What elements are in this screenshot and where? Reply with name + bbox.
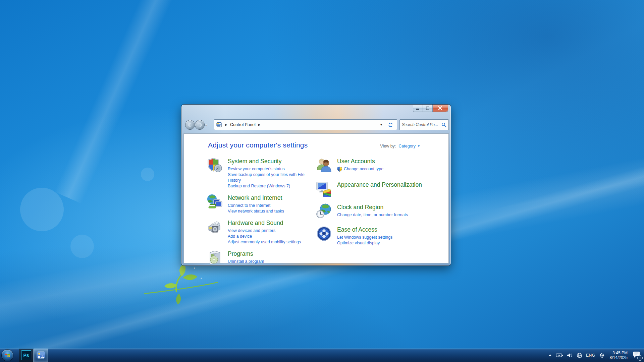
link-uninstall-a-program[interactable]: Uninstall a program (228, 259, 264, 264)
window-caption-buttons (413, 105, 448, 112)
ease-of-access-icon[interactable] (316, 226, 332, 242)
clock-date: 8/14/2025 (610, 355, 628, 360)
link-change-date-time-formats[interactable]: Change date, time, or number formats (337, 212, 408, 218)
taskbar: Ps (0, 349, 644, 362)
category-title-user-accounts[interactable]: User Accounts (337, 158, 375, 165)
battery-icon[interactable] (556, 353, 563, 358)
minimize-button[interactable] (413, 105, 423, 112)
link-add-a-device[interactable]: Add a device (228, 234, 301, 239)
address-bar[interactable]: ▶ Control Panel ▶ ▼ (214, 119, 397, 130)
control-panel-window: ▾ ▶ Control Panel ▶ ▼ (181, 105, 451, 265)
recent-pages-chevron-icon[interactable]: ▾ (205, 123, 207, 127)
notification-count-badge: 1 (637, 355, 643, 361)
desktop: ▾ ▶ Control Panel ▶ ▼ (0, 0, 644, 362)
category-title-appearance-and-personalization[interactable]: Appearance and Personalization (337, 181, 422, 188)
system-and-security-icon[interactable] (207, 157, 223, 173)
category-title-hardware-and-sound[interactable]: Hardware and Sound (228, 220, 283, 227)
appearance-and-personalization-icon[interactable] (316, 181, 332, 197)
hardware-and-sound-icon[interactable] (207, 219, 223, 235)
maximize-button[interactable] (423, 105, 433, 112)
network-and-internet-icon[interactable] (207, 194, 223, 210)
clock[interactable]: 3:45 PM 8/14/2025 (608, 351, 629, 360)
user-accounts-icon[interactable] (316, 157, 332, 173)
category-programs: Programs Uninstall a program (207, 250, 311, 266)
language-indicator[interactable]: ENG (586, 353, 595, 358)
search-icon[interactable] (441, 122, 446, 127)
control-panel-content: Adjust your computer's settings View by:… (183, 133, 449, 263)
search-box (399, 119, 449, 130)
wallpaper-bokeh (141, 168, 154, 181)
link-optimize-visual-display[interactable]: Optimize visual display (337, 240, 392, 246)
refresh-button[interactable] (386, 120, 395, 129)
link-let-windows-suggest-settings[interactable]: Let Windows suggest settings (337, 235, 392, 240)
start-button[interactable] (2, 350, 13, 361)
control-panel-icon (216, 122, 222, 127)
category-user-accounts: User Accounts Change account type (316, 157, 433, 173)
link-review-computer-status[interactable]: Review your computer's status (228, 166, 311, 172)
search-input[interactable] (402, 122, 441, 127)
show-hidden-icons-button[interactable] (548, 354, 552, 357)
category-title-system-and-security[interactable]: System and Security (228, 158, 281, 165)
clock-time: 3:45 PM (610, 351, 628, 355)
link-view-devices-and-printers[interactable]: View devices and printers (228, 228, 301, 234)
forward-button[interactable] (195, 120, 204, 129)
category-column-right: User Accounts Change account type (316, 157, 433, 246)
category-clock-and-region: Clock and Region Change date, time, or n… (316, 203, 433, 219)
category-title-network-and-internet[interactable]: Network and Internet (228, 194, 282, 201)
wallpaper-sprout-graphic (144, 261, 218, 305)
back-button[interactable] (185, 120, 195, 129)
wallpaper-bokeh (70, 235, 94, 258)
category-column-left: System and Security Review your computer… (207, 157, 311, 266)
address-dropdown-caret-icon[interactable]: ▼ (376, 123, 386, 126)
link-connect-to-internet[interactable]: Connect to the Internet (228, 203, 284, 208)
page-title: Adjust your computer's settings (208, 141, 308, 149)
category-network-and-internet: Network and Internet Connect to the Inte… (207, 194, 311, 214)
view-by-label: View by: (380, 144, 396, 148)
wallpaper-light-beam (54, 0, 177, 204)
link-view-network-status[interactable]: View network status and tasks (228, 208, 284, 214)
programs-icon[interactable] (207, 250, 223, 266)
link-adjust-mobility-settings[interactable]: Adjust commonly used mobility settings (228, 239, 301, 245)
category-system-and-security: System and Security Review your computer… (207, 157, 311, 189)
category-hardware-and-sound: Hardware and Sound View devices and prin… (207, 219, 311, 245)
settings-gear-icon[interactable] (599, 353, 605, 358)
volume-icon[interactable] (567, 353, 573, 358)
system-tray: ENG 3:45 PM 8/14/2025 1 (548, 349, 641, 362)
chevron-down-icon[interactable]: ▼ (417, 144, 420, 148)
taskbar-photoshop-button[interactable]: Ps (19, 349, 34, 362)
category-title-ease-of-access[interactable]: Ease of Access (337, 226, 377, 233)
notification-center-button[interactable]: 1 (633, 351, 641, 360)
breadcrumb-control-panel[interactable]: Control Panel (229, 122, 257, 128)
windows-logo-icon (4, 352, 11, 359)
uac-shield-icon (337, 167, 342, 172)
view-by-control: View by: Category ▼ (380, 144, 420, 148)
close-button[interactable] (433, 105, 448, 112)
category-ease-of-access: Ease of Access Let Windows suggest setti… (316, 226, 433, 246)
breadcrumb-caret-icon[interactable]: ▶ (258, 123, 261, 126)
link-change-account-type[interactable]: Change account type (344, 166, 383, 172)
taskbar-app-buttons: Ps (19, 349, 48, 362)
category-appearance-and-personalization: Appearance and Personalization (316, 181, 433, 197)
wallpaper-bokeh (20, 188, 64, 231)
category-title-clock-and-region[interactable]: Clock and Region (337, 204, 383, 211)
category-title-programs[interactable]: Programs (228, 250, 253, 257)
photoshop-icon: Ps (21, 350, 31, 360)
view-by-dropdown[interactable]: Category ▼ (398, 144, 420, 148)
breadcrumb-caret-icon[interactable]: ▶ (225, 123, 227, 126)
clock-and-region-icon[interactable] (316, 203, 332, 219)
link-save-backup-copies[interactable]: Save backup copies of your files with Fi… (228, 172, 311, 183)
view-by-value[interactable]: Category (398, 144, 416, 148)
taskbar-control-panel-button[interactable] (34, 349, 48, 362)
link-backup-and-restore[interactable]: Backup and Restore (Windows 7) (228, 183, 311, 189)
control-panel-taskbar-icon (36, 351, 46, 360)
network-globe-icon[interactable] (577, 353, 582, 358)
